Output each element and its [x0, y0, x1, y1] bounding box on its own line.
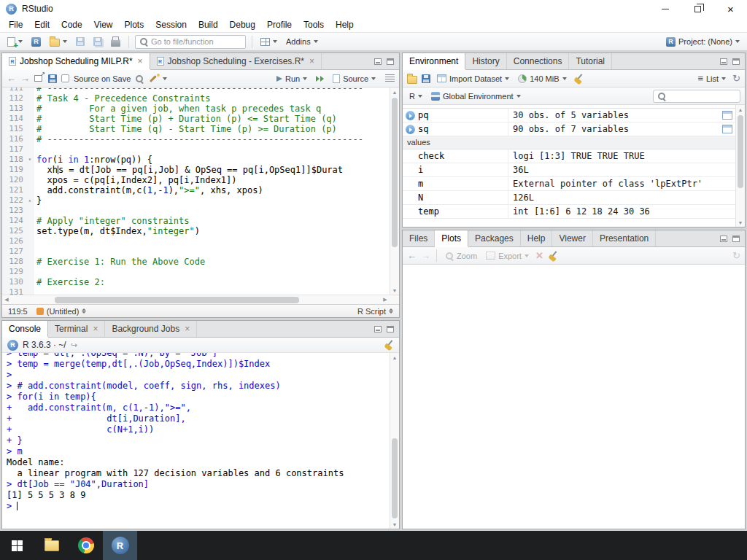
menu-file[interactable]: File [3, 18, 28, 31]
pane-layout-button[interactable] [258, 36, 279, 47]
maximize-pane-icon[interactable] [387, 326, 394, 332]
maximize-pane-icon[interactable] [387, 58, 394, 65]
minimize-pane-icon[interactable] [374, 58, 382, 65]
env-row[interactable]: i36L [403, 163, 735, 177]
tab-files[interactable]: Files [403, 230, 435, 246]
language-selector[interactable]: R [407, 90, 425, 102]
taskbar-chrome[interactable] [69, 531, 103, 560]
env-row[interactable]: tempint [1:6] 6 12 18 24 30 36 [403, 205, 735, 219]
start-button[interactable] [0, 531, 34, 560]
clear-environment-icon[interactable] [573, 74, 584, 84]
restore-button[interactable] [681, 0, 714, 18]
scroll-left-icon[interactable]: ◀ [2, 295, 11, 304]
environment-selector[interactable]: Global Environment [429, 90, 523, 102]
scroll-thumb[interactable] [55, 297, 299, 303]
tab-help[interactable]: Help [521, 230, 553, 246]
addins-button[interactable]: Addins [284, 36, 320, 47]
next-plot-icon[interactable]: → [421, 251, 430, 260]
scroll-up-icon[interactable]: ▲ [736, 105, 745, 114]
tab-terminal[interactable]: Terminal× [48, 321, 105, 337]
save-icon[interactable] [48, 74, 57, 83]
scroll-down-icon[interactable]: ▼ [390, 286, 399, 295]
menu-view[interactable]: View [88, 18, 119, 31]
tab-console[interactable]: Console [2, 321, 48, 337]
clear-console-icon[interactable] [384, 340, 394, 350]
forward-icon[interactable]: → [20, 74, 30, 83]
close-button[interactable]: × [714, 0, 747, 18]
save-button[interactable] [74, 36, 87, 47]
scroll-right-icon[interactable]: ▶ [381, 295, 390, 304]
tab-jobshop-scheduling-milp-r[interactable]: Jobshop Scheduling MILP.R*× [2, 53, 150, 69]
close-tab-icon[interactable]: × [138, 57, 143, 66]
scroll-down-icon[interactable]: ▼ [390, 520, 399, 529]
filetype-selector[interactable]: R Script [357, 307, 393, 316]
back-icon[interactable]: ← [7, 74, 16, 83]
tab-connections[interactable]: Connections [507, 53, 570, 69]
env-row[interactable]: N126L [403, 191, 735, 205]
new-project-button[interactable] [29, 36, 43, 48]
source-button[interactable]: Source [330, 73, 378, 85]
expand-icon[interactable] [406, 111, 415, 120]
menu-build[interactable]: Build [193, 18, 224, 31]
expand-icon[interactable] [406, 125, 415, 134]
view-table-icon[interactable] [722, 111, 732, 120]
import-dataset-button[interactable]: Import Dataset [435, 73, 511, 85]
document-outline-icon[interactable] [385, 74, 395, 82]
editor-hscrollbar[interactable]: ◀ ▶ [2, 295, 399, 304]
refresh-icon[interactable]: ↻ [732, 74, 740, 83]
tab-presentation[interactable]: Presentation [593, 230, 656, 246]
fold-indicator[interactable]: ▾ [26, 155, 34, 165]
memory-usage-button[interactable]: 140 MiB [516, 73, 568, 85]
menu-profile[interactable]: Profile [261, 18, 298, 31]
goto-directory-icon[interactable]: ↪ [71, 341, 77, 350]
tab-plots[interactable]: Plots [435, 230, 468, 246]
remove-plot-icon[interactable]: ✕ [535, 251, 543, 260]
open-new-window-icon[interactable] [34, 75, 42, 82]
scroll-up-icon[interactable]: ▲ [390, 353, 399, 362]
rerun-button[interactable] [314, 74, 326, 83]
menu-debug[interactable]: Debug [224, 18, 261, 31]
goto-file-box[interactable] [135, 35, 246, 49]
scroll-thumb[interactable] [392, 98, 398, 247]
close-tab-icon[interactable]: × [93, 324, 98, 333]
clear-plots-icon[interactable] [548, 251, 558, 261]
tab-viewer[interactable]: Viewer [552, 230, 592, 246]
open-file-button[interactable] [47, 35, 69, 48]
close-tab-icon[interactable]: × [309, 57, 314, 66]
env-row[interactable]: checklogi [1:3] TRUE TRUE TRUE [403, 149, 735, 163]
tab-tutorial[interactable]: Tutorial [569, 53, 612, 69]
view-table-icon[interactable] [722, 125, 732, 133]
fold-indicator[interactable]: ▴ [26, 195, 34, 206]
scroll-down-icon[interactable]: ▼ [736, 218, 745, 227]
close-tab-icon[interactable]: × [185, 324, 190, 333]
minimize-pane-icon[interactable] [374, 326, 382, 332]
scroll-thumb[interactable] [738, 115, 743, 188]
tab-packages[interactable]: Packages [468, 230, 521, 246]
zoom-button[interactable]: Zoom [443, 250, 479, 262]
section-selector[interactable]: (Untitled) [36, 307, 87, 316]
env-row[interactable]: mExternal pointer of class 'lpExtPtr' [403, 177, 735, 191]
print-button[interactable] [109, 36, 123, 48]
export-button[interactable]: Export [484, 250, 531, 262]
refresh-icon[interactable]: ↻ [732, 251, 740, 260]
scroll-thumb[interactable] [392, 438, 398, 518]
environment-search-input[interactable] [669, 92, 736, 101]
load-workspace-icon[interactable] [407, 76, 417, 84]
menu-session[interactable]: Session [150, 18, 193, 31]
console-output[interactable]: > temp = dt[, .(OpSeq = .N), by = "Job"]… [2, 353, 390, 529]
env-row[interactable]: sq90 obs. of 7 variables [403, 122, 735, 136]
tab-environment[interactable]: Environment [403, 53, 465, 69]
new-file-button[interactable] [5, 36, 25, 48]
environment-search-box[interactable] [653, 90, 740, 103]
code-tools-button[interactable] [148, 72, 169, 85]
tab-background-jobs[interactable]: Background Jobs× [105, 321, 197, 337]
menu-help[interactable]: Help [330, 18, 360, 31]
menu-code[interactable]: Code [55, 18, 88, 31]
minimize-button[interactable] [649, 0, 681, 18]
menu-edit[interactable]: Edit [28, 18, 55, 31]
taskbar-file-explorer[interactable] [34, 531, 69, 560]
editor-vscrollbar[interactable]: ▲ ▼ [390, 88, 399, 295]
list-view-button[interactable]: ≡List [695, 72, 728, 85]
project-menu-button[interactable]: Project: (None) [664, 36, 742, 48]
environment-vscrollbar[interactable]: ▲ ▼ [735, 105, 745, 227]
